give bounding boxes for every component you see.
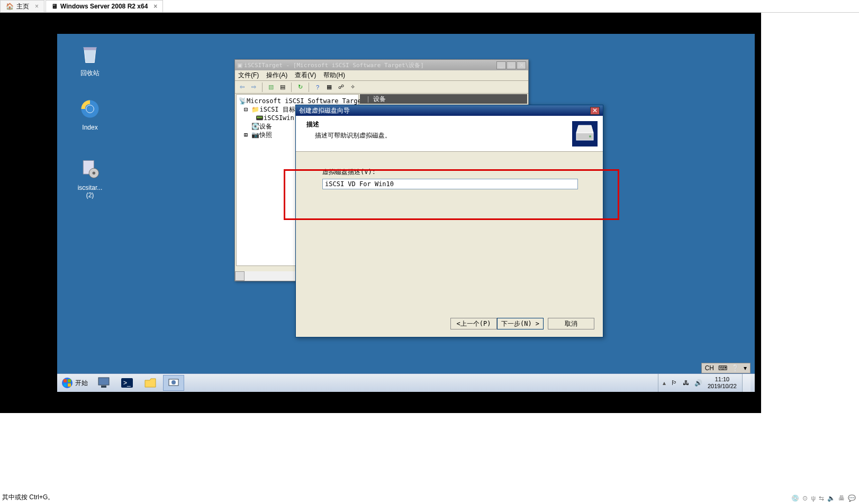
vm-tab-windows-server[interactable]: 🖥 Windows Server 2008 R2 x64 × — [46, 0, 163, 12]
sound-icon[interactable]: 🔈 — [827, 494, 835, 502]
svg-point-6 — [589, 135, 591, 138]
menu-action[interactable]: 操作(A) — [266, 71, 287, 80]
close-button[interactable]: ✕ — [590, 107, 600, 115]
svg-rect-10 — [64, 383, 67, 387]
app-icon: ▣ — [237, 62, 242, 69]
recycle-bin-icon[interactable]: 回收站 — [70, 41, 110, 78]
start-label: 开始 — [75, 379, 88, 388]
message-icon[interactable]: 💬 — [848, 494, 856, 502]
close-icon[interactable]: × — [35, 3, 39, 10]
wizard-header: 描述 描述可帮助识别虚拟磁盘。 — [296, 116, 603, 152]
create-vdisk-wizard: 创建虚拟磁盘向导 ✕ 描述 描述可帮助识别虚拟磁盘。 虚拟磁盘描述(V): — [295, 105, 603, 337]
installer-icon — [77, 157, 103, 182]
mmc-titlebar[interactable]: ▣ iSCSITarget - [Microsoft iSCSI Softwar… — [235, 60, 528, 70]
menu-view[interactable]: 查看(V) — [295, 71, 316, 80]
desktop-icon-label: Index — [70, 124, 110, 131]
export-icon[interactable]: ☍ — [336, 83, 346, 92]
volume-icon[interactable]: 🔊 — [694, 379, 702, 387]
guest-desktop: 回收站 Index iscsitar... (2) ▣ iSCSITarget … — [57, 34, 755, 392]
show-desktop-button[interactable] — [742, 374, 751, 392]
desktop-icon-label: iscsitar... — [70, 184, 110, 191]
next-button[interactable]: 下一步(N) > — [497, 318, 544, 329]
svg-point-4 — [93, 172, 96, 175]
back-button[interactable]: <上一个(P) — [450, 318, 497, 329]
powershell-icon[interactable]: >_ — [116, 375, 138, 391]
network-adapter-icon[interactable]: ⇆ — [819, 494, 824, 502]
wizard-body: 虚拟磁盘描述(V): — [296, 152, 603, 205]
wizard-button-row: <上一个(P) 下一步(N) > 取消 — [450, 318, 594, 329]
close-icon[interactable]: × — [153, 3, 157, 10]
menu-help[interactable]: 帮助(H) — [323, 71, 345, 80]
wizard-title-text: 创建虚拟磁盘向导 — [299, 106, 350, 115]
vm-tab-bar: 🏠 主页 × 🖥 Windows Server 2008 R2 x64 × — [0, 0, 859, 13]
vm-icon: 🖥 — [51, 3, 58, 10]
mmc-menubar: 文件(F) 操作(A) 查看(V) 帮助(H) — [235, 70, 528, 81]
back-icon[interactable]: ⇦ — [237, 83, 247, 92]
vdisk-description-input[interactable] — [322, 179, 578, 189]
new-icon[interactable]: ✧ — [348, 83, 357, 92]
system-tray: ▴ 🏳 🖧 🔊 11:10 2019/10/22 — [658, 374, 755, 392]
wizard-step-subtitle: 描述可帮助识别虚拟磁盘。 — [306, 131, 556, 140]
vm-display-frame: 回收站 Index iscsitar... (2) ▣ iSCSITarget … — [0, 13, 761, 413]
wizard-step-title: 描述 — [306, 120, 556, 129]
mmc-toolbar: ⇦ ⇨ ▧ ▤ ↻ ? ▦ ☍ ✧ — [235, 81, 528, 94]
scroll-left-icon[interactable] — [235, 271, 245, 281]
mmc-content-header: | 设备 — [360, 94, 527, 104]
svg-rect-13 — [101, 386, 106, 388]
tray-expand-icon[interactable]: ▴ — [663, 379, 666, 387]
status-hint: 其中或按 Ctrl+G。 — [2, 493, 54, 502]
menu-file[interactable]: 文件(F) — [238, 71, 259, 80]
internet-explorer-icon[interactable]: Index — [70, 96, 110, 131]
start-button[interactable]: 开始 — [57, 374, 92, 392]
usb-icon[interactable]: ψ — [811, 494, 816, 502]
up-icon[interactable]: ▧ — [266, 83, 276, 92]
desktop-icon-label: 回收站 — [70, 69, 110, 78]
help-icon[interactable]: ? — [313, 83, 322, 92]
tree-root[interactable]: 📡 Microsoft iSCSI Software Target — [239, 97, 356, 105]
close-button[interactable]: ✕ — [517, 61, 526, 69]
content-tab-label[interactable]: 设备 — [373, 95, 386, 104]
keyboard-icon[interactable]: ⌨ — [718, 364, 727, 372]
clock[interactable]: 11:10 2019/10/22 — [708, 376, 737, 390]
explorer-icon[interactable] — [140, 375, 161, 391]
help-icon[interactable]: ❔ — [731, 364, 739, 372]
desktop-icon-sublabel: (2) — [70, 191, 110, 199]
vm-tab-home[interactable]: 🏠 主页 × — [0, 0, 44, 12]
properties-icon[interactable]: ▦ — [324, 83, 334, 92]
clock-time: 11:10 — [708, 376, 737, 383]
taskbar: 开始 >_ ▴ 🏳 🖧 🔊 11:10 2019/10/22 — [57, 373, 755, 392]
iscsi-target-task-icon[interactable] — [163, 375, 184, 391]
network-icon[interactable]: 🖧 — [683, 379, 689, 387]
clock-date: 2019/10/22 — [708, 383, 737, 390]
svg-point-17 — [171, 380, 176, 384]
refresh-icon[interactable]: ↻ — [295, 83, 305, 92]
wizard-titlebar[interactable]: 创建虚拟磁盘向导 ✕ — [296, 105, 603, 116]
language-bar[interactable]: CH ⌨ ❔ ▾ — [701, 363, 751, 373]
svg-rect-9 — [68, 379, 71, 382]
maximize-button[interactable]: □ — [507, 61, 516, 69]
cancel-button[interactable]: 取消 — [548, 318, 594, 329]
windows-logo-icon — [61, 377, 73, 389]
forward-icon[interactable]: ⇨ — [249, 83, 258, 92]
ime-indicator[interactable]: CH — [705, 364, 714, 372]
svg-text:>_: >_ — [123, 379, 131, 387]
minimize-button[interactable]: _ — [496, 61, 506, 69]
svg-rect-12 — [98, 378, 109, 385]
cdrom-icon[interactable]: ⊙ — [802, 494, 808, 502]
show-hide-tree-icon[interactable]: ▤ — [278, 83, 287, 92]
options-icon[interactable]: ▾ — [744, 364, 747, 372]
host-status-icons: 💿 ⊙ ψ ⇆ 🔈 🖶 💬 — [791, 494, 856, 502]
vdisk-description-label: 虚拟磁盘描述(V): — [322, 168, 576, 177]
server-manager-icon[interactable] — [93, 375, 114, 391]
host-status-area: 其中或按 Ctrl+G。 💿 ⊙ ψ ⇆ 🔈 🖶 💬 — [0, 413, 859, 504]
trash-icon — [77, 41, 103, 67]
vm-tab-home-label: 主页 — [16, 2, 29, 11]
printer-icon[interactable]: 🖶 — [838, 494, 845, 502]
svg-rect-11 — [68, 383, 71, 387]
disk-icon — [572, 121, 598, 146]
svg-point-1 — [86, 105, 94, 113]
home-icon: 🏠 — [6, 3, 14, 10]
disk-activity-icon[interactable]: 💿 — [791, 494, 799, 502]
iscsi-target-icon[interactable]: iscsitar... (2) — [70, 157, 110, 199]
flag-icon[interactable]: 🏳 — [671, 379, 677, 387]
